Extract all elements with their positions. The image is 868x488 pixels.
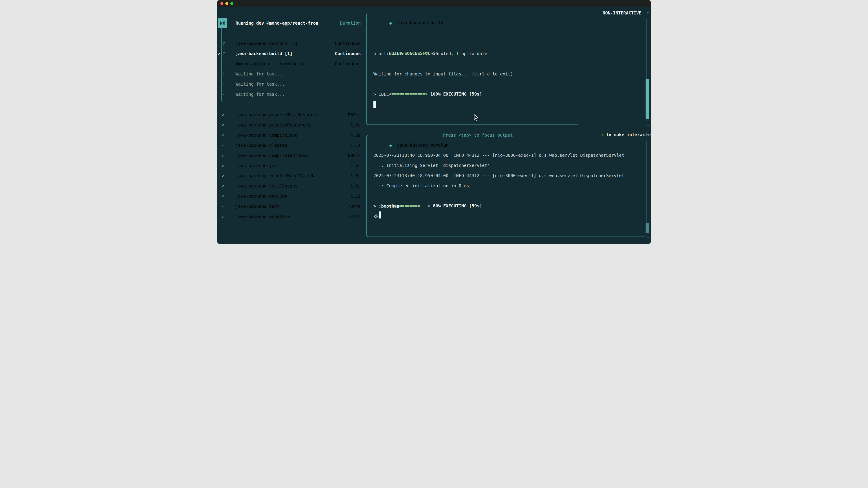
completed-task-row[interactable]: ✔java-backend:resolveMainClassNam1.5s	[217, 171, 364, 181]
task-spinner-icon	[223, 63, 223, 63]
check-icon: ✔	[222, 140, 224, 150]
completed-task-row[interactable]: ✔java-backend:bootJar1.1s	[217, 191, 364, 201]
build-scrollbar-thumb[interactable]	[646, 78, 649, 119]
check-icon: ✔	[222, 181, 224, 191]
task-label: java-backend:bootJar	[236, 191, 287, 201]
build-panel-title: java-backend:build	[397, 20, 443, 25]
check-icon: ✔	[222, 171, 224, 181]
build-terminal-cursor	[373, 101, 376, 108]
task-label: Waiting for task...	[236, 79, 285, 89]
check-icon: ✔	[222, 201, 224, 211]
tui-screen: NX Running dev @mono-app/react-fron Dura…	[217, 7, 651, 244]
build-panel-header[interactable]: ● java-backend:build	[372, 8, 446, 18]
completed-task-row[interactable]: ✔java-backend:compileJava4.3s	[217, 130, 364, 140]
running-task-row[interactable]: Waiting for task...	[217, 79, 364, 89]
task-label: java-backend:build [1]	[236, 48, 292, 59]
bootrun-progress-text: 80% EXECUTING [59s]	[430, 203, 482, 208]
completed-task-row[interactable]: ✔java-backend:classes1.1s	[217, 140, 364, 150]
bootrun-task-line: > :bootRun	[373, 201, 399, 211]
build-scroll-up-arrow[interactable]: ↑	[645, 8, 651, 18]
task-duration: 1.5s	[350, 171, 361, 181]
build-progress-line: <=============> 100% EXECUTING [59s]	[373, 79, 482, 89]
bootrun-input-line[interactable]: kk	[373, 211, 379, 221]
running-task-row[interactable]: >java-backend:build [1]Continuous	[217, 48, 364, 59]
waiting-dot-icon	[223, 94, 224, 95]
build-scroll-down-arrow[interactable]: ↓	[645, 120, 651, 130]
task-duration: 808ms	[348, 151, 361, 160]
task-duration: 889ms	[348, 110, 361, 120]
task-label: java-backend:bootRun [2]	[236, 38, 298, 48]
check-icon: ✔	[222, 161, 224, 170]
task-label: java-backend:compileJava	[236, 130, 298, 140]
task-label: java-backend:test	[236, 201, 279, 211]
close-button[interactable]	[220, 2, 223, 5]
running-task-row[interactable]: java-backend:bootRun [2]Continuous	[217, 38, 364, 48]
completed-task-row[interactable]: ✔java-backend:testClasses1.3s	[217, 181, 364, 191]
running-task-row[interactable]: @mono-app/react-frontend:devContinuous	[217, 59, 364, 69]
waiting-dot-icon	[223, 73, 224, 74]
task-duration: 4.3s	[350, 130, 361, 140]
task-duration: 774ms	[348, 212, 361, 221]
task-duration: 1.3s	[350, 181, 361, 191]
idle-line: > IDLE	[373, 89, 389, 99]
maximize-button[interactable]	[230, 2, 233, 5]
task-label: java-backend:compileTestJava	[236, 151, 308, 160]
bootrun-scrollbar-track[interactable]	[647, 140, 648, 223]
completed-task-row[interactable]: ✔java-backend:test734ms	[217, 201, 364, 211]
bootrun-input-cursor	[379, 212, 381, 219]
footer-key-hints: quit: q help: ?	[299, 232, 361, 242]
build-scrollbar-track[interactable]	[647, 19, 648, 78]
task-duration: 1.0s	[350, 120, 361, 130]
build-status-line: BUILD SUCCESSFUL in 1s	[373, 38, 446, 48]
titlebar	[217, 0, 651, 7]
task-spinner-icon	[223, 53, 223, 53]
task-label: java-backend:resolveMainClassNam	[236, 171, 318, 181]
running-task-row[interactable]: Waiting for task...	[217, 89, 364, 99]
task-status: Continuous	[335, 48, 361, 59]
log-line: 2025-07-23T13:40:18.950-04:00 INFO 44312…	[373, 170, 624, 181]
pagination: ← 1/2 →	[222, 232, 261, 242]
non-interactive-badge: NON-INTERACTIVE	[599, 8, 645, 18]
task-label: Waiting for task...	[236, 69, 285, 79]
minimize-button[interactable]	[225, 2, 228, 5]
bootrun-progress-line: <<<=========---> 80% EXECUTING [59s]	[373, 191, 482, 201]
panel-bullet-icon: ●	[390, 21, 392, 25]
completed-task-row[interactable]: ✔java-backend:assemble774ms	[217, 212, 364, 221]
task-spinner-icon	[223, 42, 223, 43]
running-task-row[interactable]: Waiting for task...	[217, 69, 364, 79]
task-label: java-backend:assemble	[236, 212, 290, 221]
task-duration: 1.4s	[350, 161, 361, 170]
interactive-hint: i to make interactive	[578, 120, 645, 130]
bootrun-progress-tail: --->	[420, 203, 430, 208]
completed-task-row[interactable]: ✔java-backend:processTestResource889ms	[217, 110, 364, 120]
task-status: Continuous	[335, 59, 361, 69]
bootrun-scroll-up-arrow[interactable]: ↑	[645, 130, 651, 140]
sidebar-title: Running dev @mono-app/react-fron	[236, 18, 318, 28]
panel-bullet-icon: ●	[390, 143, 392, 148]
task-status: Continuous	[335, 38, 361, 48]
task-duration: 1.1s	[350, 140, 361, 150]
completed-task-row[interactable]: ✔java-backend:processResources1.0s	[217, 120, 364, 130]
nx-logo: NX	[218, 18, 227, 28]
completed-task-row[interactable]: ✔java-backend:jar1.4s	[217, 161, 364, 170]
log-line: : Initializing Servlet 'dispatcherServle…	[373, 160, 490, 170]
log-line: 2025-07-23T13:40:18.950-04:00 INFO 44312…	[373, 150, 624, 160]
task-label: java-backend:processTestResource	[236, 110, 318, 120]
build-progress-bar: <=============>	[389, 92, 428, 96]
waiting-dot-icon	[223, 84, 224, 85]
check-icon: ✔	[222, 110, 224, 120]
bootrun-panel-title: java-backend:bootRun	[397, 142, 449, 148]
completed-task-row[interactable]: ✔java-backend:compileTestJava808ms	[217, 151, 364, 160]
build-progress-text: 100% EXECUTING [59s]	[428, 92, 482, 96]
check-icon: ✔	[222, 120, 224, 130]
focus-hint: Press <tab> to focus output	[434, 130, 516, 140]
task-label: java-backend:jar	[236, 161, 277, 170]
bootrun-scroll-down-arrow[interactable]: ↓	[645, 232, 651, 242]
task-label: @mono-app/react-frontend:dev	[236, 59, 308, 69]
check-icon: ✔	[222, 151, 224, 160]
bootrun-progress-bar: =========	[397, 203, 420, 208]
waiting-line: Waiting for changes to input files... (c…	[373, 69, 513, 79]
task-duration: 1.1s	[350, 191, 361, 201]
task-label: java-backend:testClasses	[236, 181, 298, 191]
selected-task-pointer: >	[218, 48, 220, 59]
